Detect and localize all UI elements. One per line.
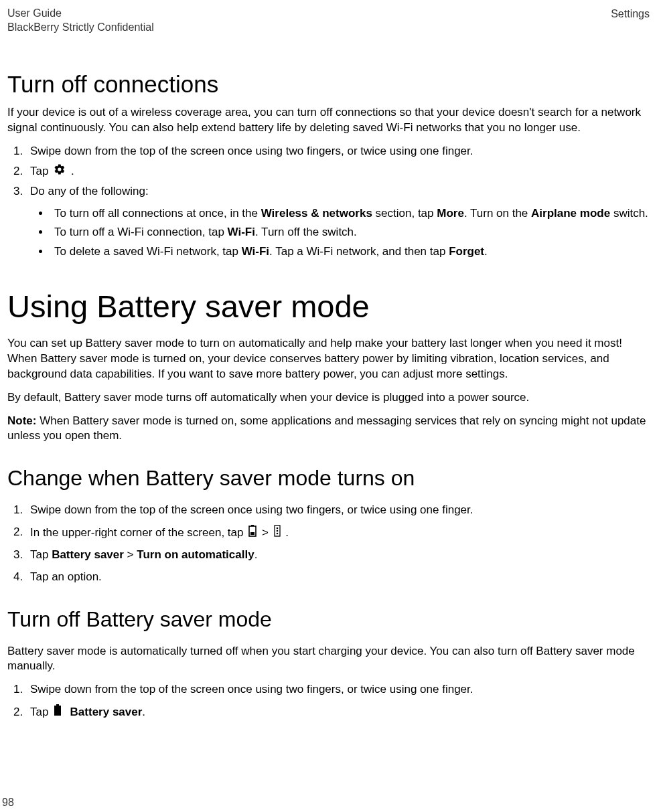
svg-point-5	[276, 530, 278, 532]
svg-rect-7	[56, 704, 59, 706]
text-bold: Wireless & networks	[261, 207, 372, 220]
text: .	[254, 548, 258, 561]
text: .	[142, 706, 145, 718]
text: . Turn on the	[464, 207, 531, 220]
list-item: Swipe down from the top of the screen on…	[26, 503, 650, 518]
paragraph: You can set up Battery saver mode to tur…	[7, 336, 650, 382]
list-item: To turn off all connections at once, in …	[50, 206, 650, 222]
note-label: Note:	[7, 414, 36, 427]
page-header: User Guide BlackBerry Strictly Confident…	[7, 7, 650, 35]
text: >	[262, 525, 272, 538]
more-vertical-icon	[274, 525, 281, 542]
list-item: Tap Battery saver > Turn on automaticall…	[26, 548, 650, 563]
list-item: To turn off a Wi-Fi connection, tap Wi-F…	[50, 225, 650, 240]
text: Do any of the following:	[30, 185, 149, 197]
list-item: Swipe down from the top of the screen on…	[26, 144, 650, 159]
ordered-list: Swipe down from the top of the screen on…	[7, 144, 650, 260]
list-item: To delete a saved Wi-Fi network, tap Wi-…	[50, 244, 650, 260]
text-bold: Forget	[449, 245, 484, 258]
list-item: Tap .	[26, 163, 650, 180]
text: To delete a saved Wi-Fi network, tap	[54, 245, 242, 258]
list-item: Swipe down from the top of the screen on…	[26, 682, 650, 698]
text: switch.	[610, 207, 648, 220]
text-bold: Turn on automatically	[137, 548, 254, 561]
paragraph: Battery saver mode is automatically turn…	[7, 644, 650, 675]
unordered-list: To turn off all connections at once, in …	[30, 206, 650, 260]
heading-using-battery-saver: Using Battery saver mode	[7, 285, 650, 327]
text: . Turn off the switch.	[255, 226, 357, 238]
text: Tap	[30, 548, 52, 561]
heading-change-when-battery-saver: Change when Battery saver mode turns on	[7, 464, 650, 493]
list-item: Tap an option.	[26, 570, 650, 585]
text: >	[124, 548, 137, 561]
header-title: User Guide	[7, 7, 154, 21]
paragraph-note: Note: When Battery saver mode is turned …	[7, 414, 650, 444]
list-item: In the upper-right corner of the screen,…	[26, 525, 650, 542]
text-bold: Wi-Fi	[228, 226, 255, 238]
battery-full-icon	[54, 704, 62, 721]
text-bold: Wi-Fi	[242, 245, 269, 258]
svg-point-4	[276, 527, 278, 529]
paragraph: If your device is out of a wireless cove…	[7, 105, 650, 136]
text-bold: Battery saver	[70, 706, 143, 718]
paragraph: By default, Battery saver mode turns off…	[7, 390, 650, 406]
text-bold: More	[437, 207, 464, 220]
battery-icon	[248, 525, 257, 542]
text: .	[484, 245, 488, 258]
svg-rect-8	[54, 706, 61, 716]
text: .	[285, 525, 289, 538]
header-section: Settings	[611, 7, 650, 35]
settings-gear-icon	[54, 163, 66, 180]
ordered-list: Swipe down from the top of the screen on…	[7, 503, 650, 586]
heading-turn-off-connections: Turn off connections	[7, 68, 650, 100]
text-bold: Airplane mode	[531, 207, 610, 220]
svg-rect-2	[250, 532, 254, 535]
heading-turn-off-battery-saver: Turn off Battery saver mode	[7, 605, 650, 634]
ordered-list: Swipe down from the top of the screen on…	[7, 682, 650, 721]
text: section, tap	[372, 207, 437, 220]
text: Tap	[30, 706, 52, 718]
header-confidential: BlackBerry Strictly Confidential	[7, 21, 154, 35]
text: . Tap a Wi-Fi network, and then tap	[269, 245, 449, 258]
text: Tap	[30, 165, 52, 177]
text-bold: Battery saver	[52, 548, 124, 561]
list-item: Tap Battery saver.	[26, 704, 650, 721]
text: To turn off a Wi-Fi connection, tap	[54, 226, 228, 238]
text: To turn off all connections at once, in …	[54, 207, 261, 220]
note-text: When Battery saver mode is turned on, so…	[7, 414, 646, 442]
text: In the upper-right corner of the screen,…	[30, 525, 246, 538]
svg-point-6	[276, 532, 278, 534]
list-item: Do any of the following: To turn off all…	[26, 184, 650, 260]
text: .	[71, 165, 74, 177]
